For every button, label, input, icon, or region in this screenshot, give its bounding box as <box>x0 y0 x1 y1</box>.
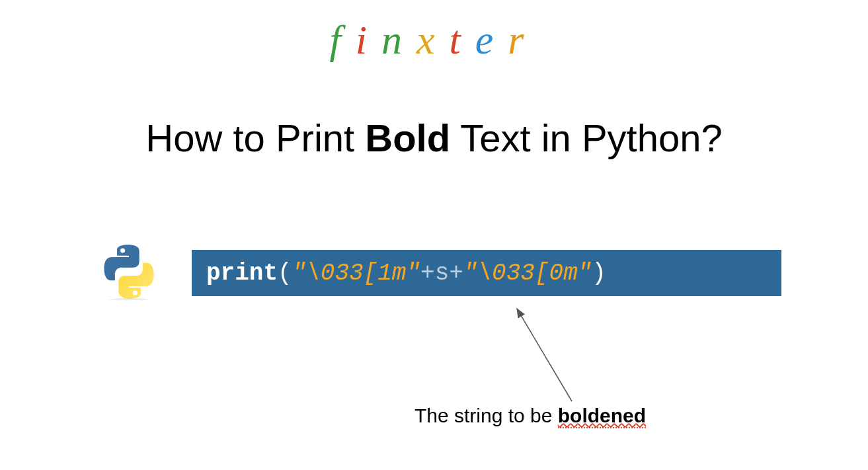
logo-letter-r: r <box>508 17 538 63</box>
annotation-text: The string to be boldened <box>414 405 646 427</box>
title-bold-word: Bold <box>365 116 450 159</box>
code-plus-2: + <box>449 260 463 287</box>
svg-point-0 <box>120 248 125 253</box>
svg-line-4 <box>517 309 572 401</box>
finxter-logo: finxter <box>330 17 539 63</box>
title-prefix: How to Print <box>145 116 365 159</box>
logo-letter-n: n <box>381 17 416 63</box>
code-close-paren: ) <box>592 260 606 287</box>
page-title: How to Print Bold Text in Python? <box>145 116 723 160</box>
logo-letter-e: e <box>475 17 508 63</box>
code-string-end: "\033[0m" <box>463 260 592 287</box>
annotation-bold-word: boldened <box>558 405 646 428</box>
annotation-arrow-icon <box>509 305 588 405</box>
logo-letter-x: x <box>416 17 450 63</box>
title-suffix: Text in Python? <box>450 116 723 159</box>
annotation-prefix: The string to be <box>414 405 558 426</box>
code-open-paren: ( <box>278 260 292 287</box>
logo-letter-t: t <box>450 17 475 63</box>
code-plus-1: + <box>420 260 435 287</box>
logo-letter-f: f <box>330 17 356 63</box>
python-logo-icon <box>100 243 157 300</box>
code-snippet: print("\033[1m" + s + "\033[0m") <box>192 250 781 296</box>
svg-point-2 <box>109 298 148 300</box>
svg-point-1 <box>133 291 138 295</box>
code-variable-s: s <box>435 260 450 287</box>
logo-letter-i: i <box>356 17 381 63</box>
code-keyword-print: print <box>206 260 278 287</box>
code-string-start: "\033[1m" <box>292 260 420 287</box>
